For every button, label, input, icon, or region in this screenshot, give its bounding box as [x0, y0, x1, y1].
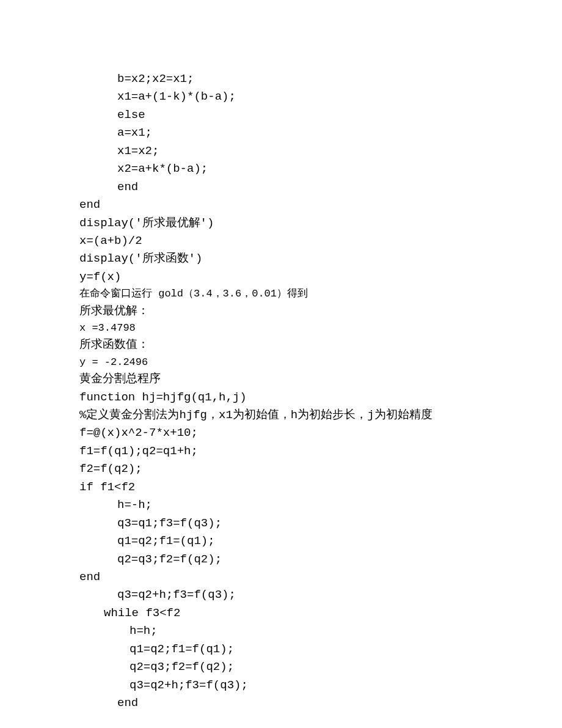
code-line: x1=x2; — [79, 142, 562, 160]
code-line: else — [79, 106, 562, 124]
code-line: q1=q2;f1=(q1); — [79, 532, 562, 550]
code-content: b=x2;x2=x1;x1=a+(1-k)*(b-a);elsea=x1;x1=… — [79, 70, 562, 712]
code-line: x2=a+k*(b-a); — [79, 160, 562, 178]
code-line: a=x1; — [79, 124, 562, 142]
code-line: 在命令窗口运行 gold（3.4，3.6，0.01）得到 — [79, 286, 562, 302]
code-line: f1=f(q1);q2=q1+h; — [79, 443, 562, 460]
code-line: end — [79, 568, 562, 586]
code-line: f2=f(q2); — [79, 460, 562, 478]
code-line: x1=a+(1-k)*(b-a); — [79, 88, 562, 106]
code-line: h=-h; — [79, 496, 562, 514]
document-page: b=x2;x2=x1;x1=a+(1-k)*(b-a);elsea=x1;x1=… — [0, 0, 562, 728]
code-line: 黄金分割总程序 — [79, 370, 562, 388]
code-line: 所求最优解： — [79, 303, 562, 320]
code-line: 所求函数值： — [79, 336, 562, 354]
code-line: end — [79, 178, 562, 196]
code-line: end — [79, 694, 562, 712]
code-line: y = -2.2496 — [79, 355, 562, 370]
code-line: x=(a+b)/2 — [79, 232, 562, 250]
code-line: q2=q3;f2=f(q2); — [79, 551, 562, 568]
code-line: x =3.4798 — [79, 320, 562, 336]
code-line: b=x2;x2=x1; — [79, 70, 562, 88]
code-line: f=@(x)x^2-7*x+10; — [79, 424, 562, 442]
code-line: display('所求最优解') — [79, 215, 562, 232]
code-line: if f1<f2 — [79, 479, 562, 496]
code-line: q2=q3;f2=f(q2); — [79, 658, 562, 676]
code-line: q3=q1;f3=f(q3); — [79, 515, 562, 532]
code-line: end — [79, 196, 562, 214]
code-line: q3=q2+h;f3=f(q3); — [79, 586, 562, 604]
code-line: y=f(x) — [79, 268, 562, 286]
code-line: function hj=hjfg(q1,h,j) — [79, 389, 562, 406]
code-line: q3=q2+h;f3=f(q3); — [79, 677, 562, 694]
code-line: h=h; — [79, 622, 562, 640]
code-line: %定义黄金分割法为hjfg，x1为初始值，h为初始步长，j为初始精度 — [79, 406, 562, 424]
code-line: display('所求函数') — [79, 250, 562, 268]
code-line: q1=q2;f1=f(q1); — [79, 641, 562, 658]
code-line: while f3<f2 — [79, 605, 562, 622]
